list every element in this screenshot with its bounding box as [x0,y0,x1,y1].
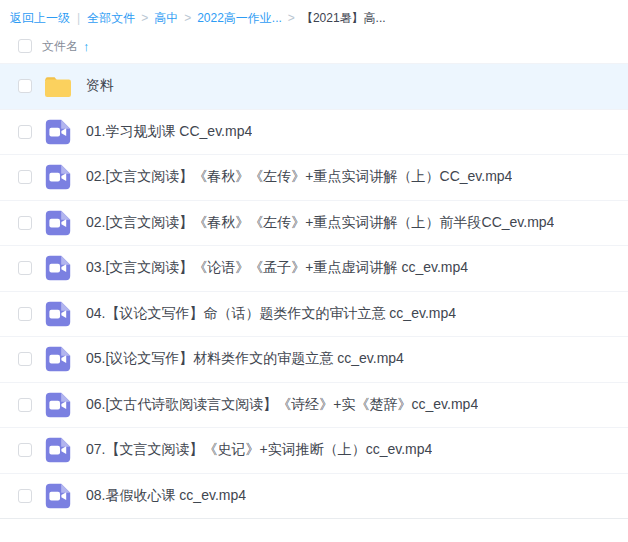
select-all-checkbox[interactable] [18,39,32,53]
sort-ascending-icon[interactable]: ↑ [83,39,90,54]
row-checkbox[interactable] [18,489,32,503]
file-row[interactable]: 01.学习规划课 CC_ev.mp4 [0,109,628,155]
video-file-icon [45,392,71,418]
breadcrumb-current-folder: 【2021暑】高... [301,9,386,27]
row-checkbox[interactable] [18,216,32,230]
row-checkbox[interactable] [18,170,32,184]
file-list-header: 文件名 ↑ [0,27,628,63]
row-checkbox[interactable] [18,125,32,139]
column-header-filename[interactable]: 文件名 [42,38,78,55]
file-name[interactable]: 01.学习规划课 CC_ev.mp4 [86,123,252,141]
file-row[interactable]: 03.[文言文阅读】《论语》《孟子》+重点虚词讲解 cc_ev.mp4 [0,245,628,291]
file-name[interactable]: 05.[议论文写作】材料类作文的审题立意 cc_ev.mp4 [86,350,404,368]
file-row[interactable]: 04.【议论文写作】命（话）题类作文的审计立意 cc_ev.mp4 [0,291,628,337]
video-file-icon [45,255,71,281]
row-checkbox[interactable] [18,398,32,412]
row-checkbox[interactable] [18,261,32,275]
file-name[interactable]: 资料 [86,77,114,95]
file-name[interactable]: 02.[文言文阅读】《春秋》《左传》+重点实词讲解（上）前半段CC_ev.mp4 [86,214,554,232]
video-file-icon [45,210,71,236]
video-file-icon [45,437,71,463]
breadcrumb-pipe-separator: | [77,9,80,27]
breadcrumb-link-all-files[interactable]: 全部文件 [87,9,135,27]
file-name[interactable]: 08.暑假收心课 cc_ev.mp4 [86,487,246,505]
file-row[interactable]: 06.[文古代诗歌阅读言文阅读】《诗经》+实《楚辞》cc_ev.mp4 [0,382,628,428]
file-row[interactable]: 02.[文言文阅读】《春秋》《左传》+重点实词讲解（上）CC_ev.mp4 [0,154,628,200]
breadcrumb-chevron-icon: > [288,9,295,27]
row-checkbox[interactable] [18,443,32,457]
file-row[interactable]: 07.【文言文阅读】《史记》+实词推断（上）cc_ev.mp4 [0,427,628,473]
file-name[interactable]: 03.[文言文阅读】《论语》《孟子》+重点虚词讲解 cc_ev.mp4 [86,259,468,277]
file-name[interactable]: 02.[文言文阅读】《春秋》《左传》+重点实词讲解（上）CC_ev.mp4 [86,168,512,186]
breadcrumb-link-gaozhong[interactable]: 高中 [154,9,178,27]
file-name[interactable]: 04.【议论文写作】命（话）题类作文的审计立意 cc_ev.mp4 [86,305,456,323]
breadcrumb-link-homework[interactable]: 2022高一作业... [197,9,282,27]
file-name[interactable]: 06.[文古代诗歌阅读言文阅读】《诗经》+实《楚辞》cc_ev.mp4 [86,396,478,414]
video-file-icon [45,483,71,509]
breadcrumb-back-link[interactable]: 返回上一级 [10,9,70,27]
video-file-icon [45,164,71,190]
file-list: 资料 01.学习规划课 CC_ev.mp4 [0,63,628,519]
file-row[interactable]: 02.[文言文阅读】《春秋》《左传》+重点实词讲解（上）前半段CC_ev.mp4 [0,200,628,246]
row-checkbox[interactable] [18,79,32,93]
file-row[interactable]: 05.[议论文写作】材料类作文的审题立意 cc_ev.mp4 [0,336,628,382]
row-checkbox[interactable] [18,307,32,321]
breadcrumb-chevron-icon: > [141,9,148,27]
file-name[interactable]: 07.【文言文阅读】《史记》+实词推断（上）cc_ev.mp4 [86,441,432,459]
folder-icon [44,75,72,98]
video-file-icon [45,346,71,372]
video-file-icon [45,119,71,145]
video-file-icon [45,301,71,327]
file-row[interactable]: 资料 [0,63,628,109]
breadcrumb-chevron-icon: > [184,9,191,27]
file-row[interactable]: 08.暑假收心课 cc_ev.mp4 [0,473,628,519]
row-checkbox[interactable] [18,352,32,366]
breadcrumb: 返回上一级 | 全部文件 > 高中 > 2022高一作业... > 【2021暑… [0,0,628,27]
